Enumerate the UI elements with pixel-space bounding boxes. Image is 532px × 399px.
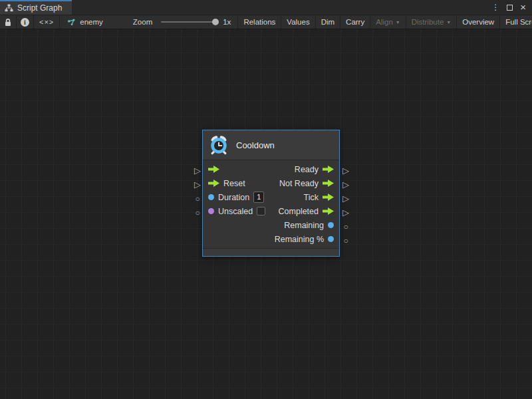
value-port-icon: [208, 208, 214, 214]
external-flow-port[interactable]: ▷: [340, 194, 351, 204]
maximize-icon[interactable]: [507, 5, 513, 11]
flow-arrow-icon: [208, 180, 219, 187]
zoom-label: Zoom: [133, 18, 152, 26]
chevron-down-icon: ▼: [446, 20, 451, 25]
info-button[interactable]: i: [17, 15, 34, 29]
graph-reference-icon: [66, 18, 75, 26]
flow-arrow-icon: [323, 207, 334, 215]
port-row: Unscaled Completed: [203, 204, 339, 218]
port-reset-input[interactable]: Reset: [208, 179, 245, 188]
graph-canvas[interactable]: ▷ ▷ ○ ○ ▷ ▷ ▷ ▷ ○ ○ Cooldown: [0, 29, 532, 399]
carry-button[interactable]: Carry: [340, 15, 370, 29]
flow-arrow-icon: [323, 194, 334, 201]
distribute-dropdown[interactable]: Distribute ▼: [406, 15, 458, 29]
info-icon: i: [21, 18, 29, 27]
relations-button[interactable]: Relations: [238, 15, 281, 29]
node-title: Cooldown: [236, 140, 275, 150]
external-flow-port[interactable]: ▷: [340, 166, 351, 176]
dim-button[interactable]: Dim: [316, 15, 340, 29]
external-flow-port[interactable]: ▷: [192, 180, 203, 190]
overview-button[interactable]: Overview: [457, 15, 500, 29]
port-row: Remaining: [203, 218, 339, 232]
chevron-down-icon: ▼: [396, 20, 400, 25]
external-flow-port[interactable]: ▷: [340, 180, 351, 190]
port-unscaled-input[interactable]: Unscaled: [208, 207, 265, 216]
external-value-port[interactable]: ○: [192, 207, 203, 218]
graph-hierarchy-icon: [5, 4, 13, 12]
window-controls: ⋮ ×: [491, 0, 532, 15]
tab-bar: Script Graph ⋮ ×: [0, 0, 532, 15]
zoom-slider-handle[interactable]: [212, 19, 219, 25]
node-header[interactable]: Cooldown: [203, 130, 339, 160]
node-body: Ready Reset Not Ready: [203, 160, 339, 248]
port-ready-output[interactable]: Ready: [295, 165, 334, 174]
cooldown-node[interactable]: Cooldown Ready Reset: [202, 130, 340, 257]
node-footer: [203, 248, 339, 256]
port-row: Remaining %: [203, 232, 339, 246]
graph-context-bar: enemy Zoom 1x: [60, 15, 238, 29]
external-value-port[interactable]: ○: [192, 194, 203, 204]
port-remaining-output[interactable]: Remaining: [284, 221, 334, 230]
flow-arrow-icon: [323, 166, 334, 173]
value-port-icon: [208, 194, 214, 200]
external-flow-port[interactable]: ▷: [192, 166, 203, 176]
external-value-port[interactable]: ○: [340, 235, 351, 246]
window-menu-icon[interactable]: ⋮: [491, 3, 499, 11]
port-row: Reset Not Ready: [203, 176, 339, 190]
value-port-icon: [328, 222, 334, 228]
code-view-button[interactable]: <×>: [34, 15, 60, 29]
values-button[interactable]: Values: [281, 15, 315, 29]
port-row: Duration 1 Tick: [203, 190, 339, 204]
full-screen-button[interactable]: Full Screen: [500, 15, 532, 29]
port-not-ready-output[interactable]: Not Ready: [279, 179, 334, 188]
port-row: Ready: [203, 162, 339, 176]
script-graph-window: Script Graph ⋮ × i <×>: [0, 0, 532, 399]
align-dropdown[interactable]: Align ▼: [370, 15, 406, 29]
zoom-slider[interactable]: [161, 21, 218, 23]
duration-value-field[interactable]: 1: [253, 192, 264, 203]
graph-toolbar: i <×> enemy Zoom 1x Relations Values Dim…: [0, 15, 532, 29]
code-icon: <×>: [39, 18, 54, 26]
graph-name-label[interactable]: enemy: [80, 18, 103, 26]
lock-icon: [4, 18, 12, 27]
external-value-port[interactable]: ○: [340, 221, 351, 232]
alarm-clock-icon: [209, 135, 229, 155]
tab-label: Script Graph: [17, 3, 62, 13]
port-remaining-percent-output[interactable]: Remaining %: [275, 235, 334, 244]
port-completed-output[interactable]: Completed: [279, 207, 334, 216]
port-tick-output[interactable]: Tick: [304, 193, 334, 202]
flow-arrow-icon: [323, 180, 334, 187]
port-enter-input[interactable]: [208, 166, 219, 173]
value-port-icon: [328, 236, 334, 242]
tab-script-graph[interactable]: Script Graph: [0, 0, 72, 15]
port-duration-input[interactable]: Duration 1: [208, 192, 264, 203]
zoom-value: 1x: [223, 18, 231, 26]
unscaled-checkbox[interactable]: [257, 207, 265, 215]
tab-bar-spacer: [72, 0, 491, 15]
flow-arrow-icon: [208, 166, 219, 173]
external-flow-port[interactable]: ▷: [340, 207, 351, 218]
close-icon[interactable]: ×: [520, 3, 526, 12]
lock-button[interactable]: [0, 15, 17, 29]
